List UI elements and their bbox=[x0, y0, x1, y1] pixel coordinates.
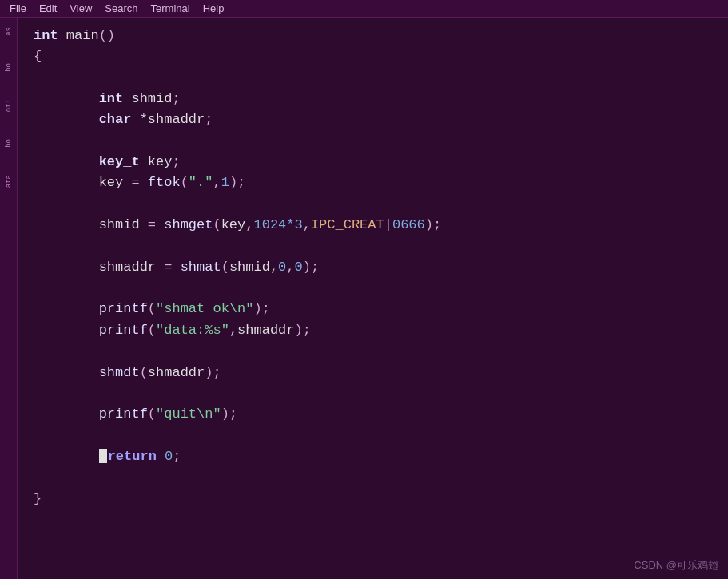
code-line-16 bbox=[34, 341, 712, 362]
code-line-2: { bbox=[34, 46, 712, 67]
sidebar-label-1: as bbox=[5, 26, 13, 38]
code-line-20 bbox=[34, 426, 712, 446]
code-line-10: shmid = shmget(key,1024*3,IPC_CREAT|0666… bbox=[34, 215, 712, 236]
sidebar-label-3: ot! bbox=[5, 97, 13, 113]
sidebar-label-2: bo bbox=[5, 61, 13, 73]
menu-search[interactable]: Search bbox=[98, 1, 144, 16]
code-line-22 bbox=[34, 467, 712, 488]
code-line-11 bbox=[34, 236, 712, 256]
menu-edit[interactable]: Edit bbox=[33, 1, 63, 16]
code-line-18 bbox=[34, 383, 712, 404]
sidebar: as bo ot! bo ata bbox=[0, 18, 18, 579]
code-line-4: int shmid; bbox=[34, 89, 712, 109]
menu-view[interactable]: View bbox=[63, 1, 98, 16]
menu-file[interactable]: File bbox=[3, 1, 33, 16]
code-line-17: shmdt(shmaddr); bbox=[34, 363, 712, 383]
watermark: CSDN @可乐鸡翅 bbox=[634, 558, 718, 573]
code-line-19: printf("quit\n"); bbox=[34, 404, 712, 425]
code-editor[interactable]: int main() { int shmid; char *shmaddr; k… bbox=[18, 18, 728, 579]
code-line-23: } bbox=[34, 489, 712, 510]
code-line-14: printf("shmat ok\n"); bbox=[34, 299, 712, 319]
code-line-6 bbox=[34, 131, 712, 152]
code-line-3 bbox=[34, 68, 712, 89]
code-line-1: int main() bbox=[34, 26, 712, 46]
menu-help[interactable]: Help bbox=[197, 1, 231, 16]
code-line-21: return 0; bbox=[34, 446, 712, 467]
code-line-9 bbox=[34, 194, 712, 215]
code-line-7: key_t key; bbox=[34, 152, 712, 173]
editor-container: as bo ot! bo ata int main() { int shmid;… bbox=[0, 18, 728, 579]
sidebar-label-5: ata bbox=[5, 173, 13, 189]
code-line-13 bbox=[34, 278, 712, 299]
menu-terminal[interactable]: Terminal bbox=[145, 1, 197, 16]
text-cursor bbox=[99, 449, 107, 463]
sidebar-label-4: bo bbox=[5, 137, 13, 149]
code-line-12: shmaddr = shmat(shmid,0,0); bbox=[34, 257, 712, 278]
code-line-8: key = ftok(".",1); bbox=[34, 173, 712, 193]
menu-bar: File Edit View Search Terminal Help bbox=[0, 0, 728, 18]
code-line-5: char *shmaddr; bbox=[34, 109, 712, 130]
code-line-15: printf("data:%s",shmaddr); bbox=[34, 320, 712, 341]
